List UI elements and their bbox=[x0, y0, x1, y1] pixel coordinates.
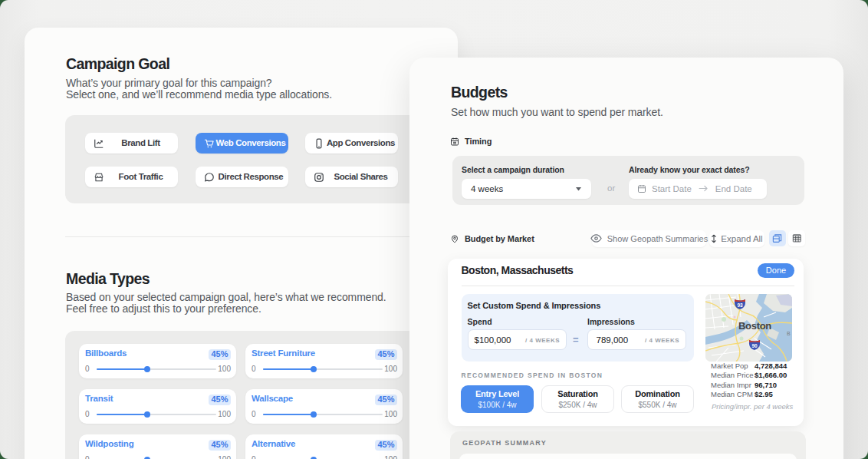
svg-text:90: 90 bbox=[751, 342, 758, 348]
svg-text:93: 93 bbox=[737, 302, 743, 307]
svg-text:B: B bbox=[787, 331, 791, 336]
svg-text:Boston: Boston bbox=[738, 320, 771, 332]
